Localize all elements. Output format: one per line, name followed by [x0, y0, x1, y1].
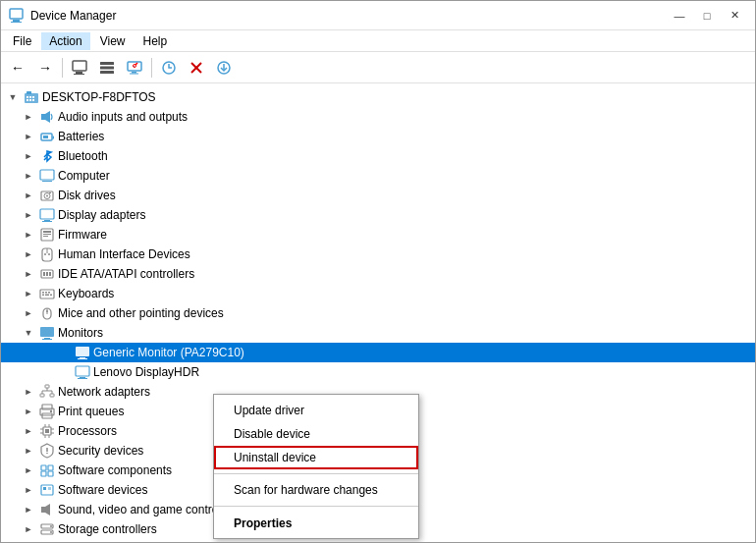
tree-item-bluetooth[interactable]: ► Bluetooth [1, 146, 755, 166]
mice-icon [39, 305, 55, 321]
menu-action[interactable]: Action [41, 32, 89, 50]
tree-item-generic-monitor[interactable]: ► Generic Monitor (PA279C10) [1, 343, 755, 362]
toolbar-forward[interactable]: → [32, 55, 58, 81]
print-expander[interactable]: ► [21, 404, 36, 419]
svg-rect-25 [27, 99, 28, 101]
tree-item-disk[interactable]: ► Disk drives [1, 186, 755, 205]
processors-expander[interactable]: ► [21, 423, 36, 439]
svg-rect-43 [43, 234, 51, 235]
tree-item-audio[interactable]: ► Audio inputs and outputs [1, 107, 755, 127]
root-icon [24, 89, 39, 105]
hid-expander[interactable]: ► [21, 246, 36, 262]
tree-item-display[interactable]: ► Display adapters [1, 205, 755, 225]
ctx-scan-changes[interactable]: Scan for hardware changes [214, 478, 418, 502]
ctx-disable-device[interactable]: Disable device [214, 422, 418, 446]
root-expander[interactable]: ▼ [5, 89, 21, 105]
tree-item-system[interactable]: ► System devices [1, 539, 755, 542]
sound-expander[interactable]: ► [21, 502, 36, 517]
svg-rect-95 [41, 465, 46, 470]
ctx-uninstall-device[interactable]: Uninstall device [214, 446, 418, 469]
firmware-expander[interactable]: ► [21, 227, 36, 243]
tree-item-monitors[interactable]: ▼ Monitors [1, 323, 755, 343]
menu-bar: File Action View Help [1, 30, 755, 52]
network-label: Network adapters [58, 385, 150, 399]
svg-point-62 [46, 310, 48, 312]
tree-item-keyboards[interactable]: ► Keyboards [1, 284, 755, 303]
svg-point-106 [50, 531, 52, 533]
disk-expander[interactable]: ► [21, 188, 36, 203]
toolbar-sep-2 [151, 58, 152, 78]
sw-devices-icon [39, 482, 55, 498]
computer-expander[interactable]: ► [21, 168, 36, 184]
system-expander[interactable]: ► [21, 541, 36, 542]
svg-rect-10 [132, 72, 136, 74]
monitors-label: Monitors [58, 326, 103, 340]
svg-rect-67 [80, 357, 85, 358]
tree-item-ide[interactable]: ► IDE ATA/ATAPI controllers [1, 264, 755, 284]
svg-rect-57 [42, 295, 44, 297]
monitors-expander[interactable]: ▼ [21, 325, 36, 341]
svg-rect-44 [43, 236, 48, 237]
toolbar-monitor[interactable] [122, 55, 147, 81]
ctx-properties-label[interactable]: Properties [214, 511, 418, 534]
audio-label: Audio inputs and outputs [58, 110, 188, 124]
keyboards-expander[interactable]: ► [21, 286, 36, 301]
toolbar-list[interactable] [94, 55, 120, 81]
svg-rect-7 [100, 66, 114, 69]
network-expander[interactable]: ► [21, 384, 36, 400]
ctx-update-driver[interactable]: Update driver [214, 399, 418, 422]
minimize-button[interactable]: — [667, 6, 692, 26]
batteries-expander[interactable]: ► [21, 129, 36, 144]
bluetooth-expander[interactable]: ► [21, 148, 36, 164]
tree-item-mice[interactable]: ► Mice and other pointing devices [1, 303, 755, 323]
security-expander[interactable]: ► [21, 443, 36, 459]
svg-rect-102 [41, 507, 45, 513]
ctx-separator [214, 473, 418, 474]
window-icon [9, 8, 25, 24]
close-button[interactable]: ✕ [722, 6, 747, 26]
ide-expander[interactable]: ► [21, 266, 36, 282]
toolbar-scan[interactable] [156, 55, 182, 81]
batteries-label: Batteries [58, 130, 104, 143]
toolbar-uninstall[interactable] [184, 55, 209, 81]
sw-components-icon [39, 462, 55, 478]
display-expander[interactable]: ► [21, 207, 36, 223]
context-menu: Update driver Disable device Uninstall d… [213, 394, 419, 539]
menu-view[interactable]: View [92, 32, 134, 50]
display-icon [39, 207, 55, 223]
firmware-label: Firmware [58, 228, 107, 242]
sw-devices-expander[interactable]: ► [21, 482, 36, 498]
svg-rect-56 [48, 292, 50, 294]
svg-rect-24 [32, 96, 34, 98]
mice-expander[interactable]: ► [21, 305, 36, 321]
svg-rect-68 [78, 358, 87, 359]
svg-rect-31 [43, 136, 48, 138]
security-icon [39, 443, 55, 459]
menu-help[interactable]: Help [135, 32, 176, 50]
svg-rect-70 [80, 377, 85, 378]
svg-rect-84 [45, 429, 49, 433]
tree-item-hid[interactable]: ► Human Interface Devices [1, 244, 755, 264]
storage-expander[interactable]: ► [21, 521, 36, 537]
menu-file[interactable]: File [5, 32, 39, 50]
tree-item-computer[interactable]: ► Computer [1, 166, 755, 186]
sw-components-expander[interactable]: ► [21, 462, 36, 478]
toolbar-back[interactable]: ← [5, 55, 30, 81]
svg-rect-99 [41, 485, 53, 495]
audio-expander[interactable]: ► [21, 109, 36, 125]
content-area[interactable]: ▼ DESKTOP-F8DFTOS ► [1, 83, 755, 542]
tree-item-firmware[interactable]: ► Firmware [1, 225, 755, 244]
svg-rect-51 [46, 272, 48, 276]
tree-root[interactable]: ▼ DESKTOP-F8DFTOS [1, 87, 755, 107]
svg-point-94 [46, 453, 48, 455]
mice-label: Mice and other pointing devices [58, 306, 224, 320]
computer-label: Computer [58, 169, 110, 183]
toolbar-properties[interactable] [67, 55, 92, 81]
svg-rect-50 [43, 272, 45, 276]
tree-item-lenovo[interactable]: ► Lenovo DisplayHDR [1, 362, 755, 382]
toolbar-update[interactable] [211, 55, 237, 81]
svg-rect-32 [40, 170, 54, 180]
svg-rect-39 [44, 220, 50, 221]
tree-item-batteries[interactable]: ► Batteries [1, 127, 755, 146]
maximize-button[interactable]: □ [694, 6, 720, 26]
